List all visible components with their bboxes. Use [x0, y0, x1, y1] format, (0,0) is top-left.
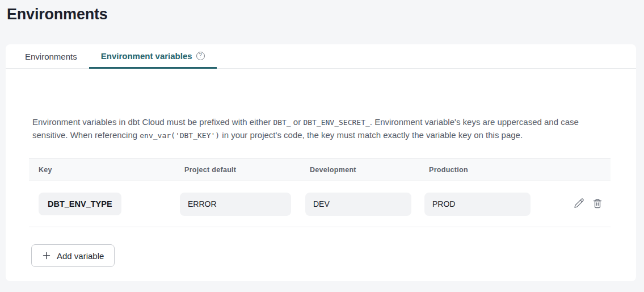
column-header-development: Development: [300, 166, 419, 174]
project-default-value: ERROR: [180, 193, 291, 216]
column-header-project-default: Project default: [175, 166, 300, 174]
tab-content: Environment variables in dbt Cloud must …: [6, 116, 636, 267]
page-title: Environments: [0, 0, 644, 23]
add-variable-label: Add variable: [57, 251, 104, 261]
plus-icon: [42, 251, 51, 260]
environments-card: Environments Environment variables ? Env…: [6, 44, 636, 281]
add-variable-button[interactable]: Add variable: [31, 244, 115, 267]
env-var-description: Environment variables in dbt Cloud must …: [32, 116, 611, 142]
cell-production: PROD: [419, 193, 538, 216]
description-text: or: [291, 117, 304, 127]
pencil-icon: [573, 198, 584, 211]
env-var-key-value: DBT_ENV_TYPE: [39, 193, 121, 215]
cell-row-actions: [538, 198, 611, 211]
code-env-var-example: env_var('DBT_KEY'): [140, 131, 220, 140]
description-text: in your project's code, the key must mat…: [220, 130, 523, 140]
column-header-production: Production: [419, 166, 538, 174]
cell-development: DEV: [300, 193, 419, 216]
edit-variable-button[interactable]: [573, 198, 584, 211]
code-dbt-env-secret-prefix: DBT_ENV_SECRET_: [303, 118, 369, 127]
code-dbt-prefix: DBT_: [273, 118, 291, 127]
env-var-table: Key Project default Development Producti…: [29, 158, 611, 227]
table-row: DBT_ENV_TYPE ERROR DEV PROD: [29, 181, 611, 227]
help-icon[interactable]: ?: [196, 52, 205, 60]
trash-icon: [592, 198, 603, 211]
table-header-row: Key Project default Development Producti…: [29, 158, 611, 181]
production-value: PROD: [424, 193, 531, 216]
delete-variable-button[interactable]: [592, 198, 603, 211]
tab-environment-variables-label: Environment variables: [101, 51, 192, 61]
tab-bar: Environments Environment variables ?: [6, 44, 636, 69]
tab-environment-variables[interactable]: Environment variables ?: [89, 44, 217, 69]
cell-key: DBT_ENV_TYPE: [29, 193, 175, 215]
development-value: DEV: [305, 193, 411, 216]
tab-environments[interactable]: Environments: [13, 44, 89, 69]
cell-project-default: ERROR: [175, 193, 300, 216]
description-text: Environment variables in dbt Cloud must …: [32, 117, 273, 127]
column-header-key: Key: [29, 166, 175, 174]
tab-environments-label: Environments: [25, 52, 77, 61]
